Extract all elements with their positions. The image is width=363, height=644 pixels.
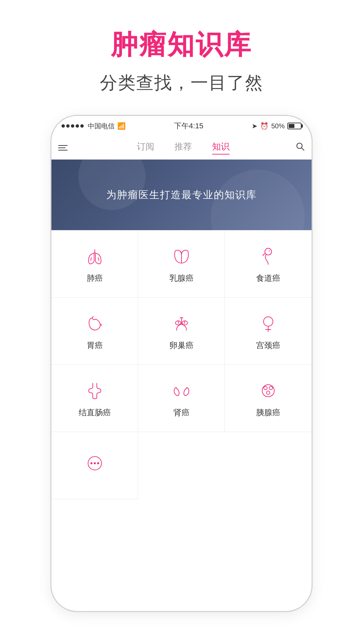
phone-frame: 中国电信 📶 下午4:15 ➤ ⏰ 50% 订阅 推荐 知识 [50,115,313,612]
esophagus-label: 食道癌 [256,273,280,284]
nav-tabs: 订阅 推荐 知识 [51,136,312,160]
cancer-grid: 肺癌 乳腺癌 [51,230,312,611]
svg-point-10 [267,391,270,394]
svg-point-2 [265,248,272,255]
cervix-icon [256,312,280,335]
wifi-icon: 📶 [117,122,126,130]
breast-icon [170,245,193,268]
time-label: 下午4:15 [174,121,203,131]
tab-knowledge[interactable]: 知识 [212,141,230,155]
pancreas-label: 胰腺癌 [256,407,280,418]
cancer-cell-breast[interactable]: 乳腺癌 [138,230,225,298]
cancer-cell-cervix[interactable]: 宫颈癌 [225,298,312,365]
tab-subscribe[interactable]: 订阅 [137,141,154,155]
status-left: 中国电信 📶 [62,122,126,131]
page-header: 肿瘤知识库 分类查找，一目了然 [100,27,263,95]
cervix-label: 宫颈癌 [256,340,280,351]
cancer-cell-colorectal[interactable]: 结直肠癌 [51,365,138,432]
cancer-cell-lung[interactable]: 肺癌 [51,230,138,298]
signal-dots [62,124,84,128]
battery-tip [301,124,303,128]
cancer-cell-stomach[interactable]: 胃癌 [51,298,138,365]
svg-point-0 [297,143,302,148]
lung-label: 肺癌 [87,273,103,284]
menu-icon[interactable] [58,145,75,151]
kidney-icon [170,379,193,402]
location-icon: ➤ [252,122,257,130]
svg-point-13 [94,462,96,464]
tab-list: 订阅 推荐 知识 [75,141,291,155]
more-icon [83,452,107,475]
search-icon[interactable] [291,142,305,154]
colorectal-label: 结直肠癌 [79,407,111,418]
svg-point-9 [269,386,273,390]
svg-point-6 [264,317,273,326]
svg-point-14 [97,462,99,464]
colorectal-icon [83,379,107,402]
pancreas-icon [256,379,280,402]
page-subtitle: 分类查找，一目了然 [100,71,263,95]
cancer-cell-more[interactable] [51,432,138,499]
ovary-icon [170,312,193,335]
cancer-cell-kidney[interactable]: 肾癌 [138,365,225,432]
battery-fill [289,124,294,128]
cancer-cell-esophagus[interactable]: 食道癌 [225,230,312,298]
battery-percent: 50% [271,122,285,130]
ovary-label: 卵巢癌 [169,340,194,351]
kidney-label: 肾癌 [173,407,190,418]
stomach-label: 胃癌 [87,340,103,351]
svg-point-8 [264,386,267,390]
cancer-cell-pancreas[interactable]: 胰腺癌 [225,365,312,432]
page-title: 肿瘤知识库 [100,27,263,63]
tab-recommend[interactable]: 推荐 [174,141,192,155]
stomach-icon [83,312,107,335]
battery-bar [287,123,301,129]
svg-point-12 [90,462,92,464]
banner: 为肿瘤医生打造最专业的知识库 [51,160,312,230]
status-bar: 中国电信 📶 下午4:15 ➤ ⏰ 50% [51,116,312,136]
lung-icon [83,245,107,268]
banner-text: 为肿瘤医生打造最专业的知识库 [106,188,257,202]
breast-label: 乳腺癌 [169,273,194,284]
status-right: ➤ ⏰ 50% [252,122,301,130]
carrier-label: 中国电信 [88,122,115,131]
svg-point-3 [269,250,270,251]
cancer-cell-ovary[interactable]: 卵巢癌 [138,298,225,365]
alarm-icon: ⏰ [260,122,269,130]
esophagus-icon [256,245,280,268]
svg-line-1 [301,148,304,151]
